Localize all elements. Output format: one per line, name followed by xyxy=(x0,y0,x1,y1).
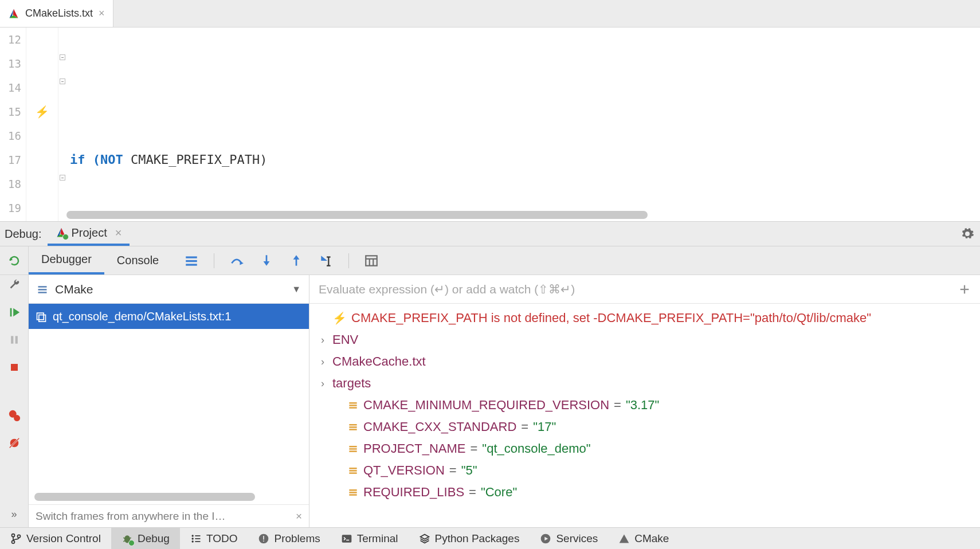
svg-point-55 xyxy=(124,535,130,543)
debug-side-actions: » xyxy=(0,275,29,527)
editor-horizontal-scrollbar[interactable] xyxy=(66,211,974,219)
svg-rect-50 xyxy=(349,492,356,493)
svg-point-53 xyxy=(12,540,15,543)
debugger-tab[interactable]: Debugger xyxy=(29,246,104,274)
cmake-config-icon xyxy=(56,227,67,238)
expand-arrow-icon[interactable]: › xyxy=(317,331,328,348)
step-into-icon[interactable] xyxy=(259,253,274,268)
error-message-row: ⚡ CMAKE_PREFIX_PATH is not defined, set … xyxy=(309,307,980,329)
stack-frame-row[interactable]: qt_console_demo/CMakeLists.txt:1 xyxy=(29,304,309,329)
variable-icon xyxy=(347,465,359,476)
svg-rect-32 xyxy=(38,292,47,293)
svg-rect-6 xyxy=(186,264,197,265)
variable-row[interactable]: QT_VERSION = "5" xyxy=(309,460,980,481)
svg-rect-24 xyxy=(11,364,18,371)
editor-tab[interactable]: CMakeLists.txt × xyxy=(0,0,113,27)
variable-row[interactable]: PROJECT_NAME = "qt_console_demo" xyxy=(309,438,980,460)
svg-rect-69 xyxy=(342,535,351,542)
pause-button[interactable] xyxy=(7,332,22,347)
todo-tab[interactable]: TODO xyxy=(180,528,248,549)
code-editor[interactable]: 1213141516171819 ⚡ if (NOT CMAKE_PREFIX_… xyxy=(0,28,980,221)
variable-row[interactable]: CMAKE_MINIMUM_REQUIRED_VERSION = "3.17" xyxy=(309,394,980,416)
expand-arrow-icon[interactable]: › xyxy=(317,375,328,392)
cmake-triangle-icon xyxy=(618,533,630,544)
cmake-file-icon xyxy=(8,8,19,19)
add-watch-icon[interactable] xyxy=(958,283,971,296)
variables-list[interactable]: ⚡ CMAKE_PREFIX_PATH is not defined, set … xyxy=(309,304,980,527)
variable-row[interactable]: REQUIRED_LIBS = "Core" xyxy=(309,481,980,503)
fold-toggle-icon[interactable] xyxy=(60,175,65,181)
debug-toolbar: Debugger Console xyxy=(0,246,980,275)
svg-rect-47 xyxy=(349,470,356,472)
frames-hint: Switch frames from anywhere in the I… × xyxy=(29,504,309,527)
fold-toggle-icon[interactable] xyxy=(60,54,65,60)
svg-rect-51 xyxy=(349,494,356,496)
cmake-tab[interactable]: CMake xyxy=(608,528,679,549)
version-control-tab[interactable]: Version Control xyxy=(0,528,111,549)
variable-icon xyxy=(347,399,359,411)
close-config-icon[interactable]: × xyxy=(115,226,122,240)
svg-marker-9 xyxy=(264,261,270,266)
terminal-tab[interactable]: Terminal xyxy=(331,528,409,549)
debug-body: » CMake ▼ qt_console_demo/CMakeLists.txt… xyxy=(0,275,980,527)
svg-rect-44 xyxy=(349,448,356,450)
svg-line-59 xyxy=(129,540,131,542)
packages-icon xyxy=(419,533,430,544)
resume-button[interactable] xyxy=(7,305,22,320)
more-actions-icon[interactable]: » xyxy=(7,507,22,521)
terminal-icon xyxy=(341,533,352,544)
step-over-icon[interactable] xyxy=(229,253,244,268)
expand-arrow-icon[interactable]: › xyxy=(317,353,328,370)
svg-marker-12 xyxy=(322,256,328,261)
problems-tab[interactable]: Problems xyxy=(248,528,330,549)
settings-wrench-icon[interactable] xyxy=(7,277,22,292)
svg-marker-70 xyxy=(420,534,429,539)
variable-row[interactable]: CMAKE_CXX_STANDARD = "17" xyxy=(309,416,980,438)
settings-icon[interactable] xyxy=(961,227,974,241)
svg-rect-45 xyxy=(349,450,356,452)
warning-circle-icon xyxy=(258,533,269,544)
frames-horizontal-scrollbar[interactable] xyxy=(34,493,303,501)
variable-node[interactable]: › ENV xyxy=(309,329,980,351)
variable-node[interactable]: › CMakeCache.txt xyxy=(309,351,980,372)
svg-rect-68 xyxy=(264,540,265,542)
svg-point-61 xyxy=(191,538,193,539)
svg-point-62 xyxy=(191,540,193,542)
services-tab[interactable]: Services xyxy=(530,528,608,549)
error-marker-icon: ⚡ xyxy=(35,105,49,119)
console-tab[interactable]: Console xyxy=(104,246,171,274)
variable-node[interactable]: › targets xyxy=(309,372,980,394)
frames-thread-dropdown[interactable]: CMake ▼ xyxy=(29,275,309,304)
stack-frame-label: qt_console_demo/CMakeLists.txt:1 xyxy=(53,310,231,323)
lightning-icon: ⚡ xyxy=(332,309,347,327)
fold-gutter xyxy=(58,28,66,221)
evaluate-expression-input[interactable] xyxy=(319,283,952,296)
svg-rect-20 xyxy=(10,308,11,317)
rerun-button[interactable] xyxy=(0,246,29,274)
stop-button[interactable] xyxy=(7,360,22,375)
close-tab-icon[interactable]: × xyxy=(99,7,105,19)
debug-tab[interactable]: Debug xyxy=(111,528,180,549)
marker-gutter: ⚡ xyxy=(26,28,58,221)
svg-rect-41 xyxy=(349,426,356,428)
fold-toggle-icon[interactable] xyxy=(60,79,65,84)
svg-rect-67 xyxy=(264,536,265,540)
code-content[interactable]: if (NOT CMAKE_PREFIX_PATH) if (WIN32 OR … xyxy=(66,28,980,221)
svg-rect-38 xyxy=(349,405,356,406)
threads-icon[interactable] xyxy=(184,253,199,268)
step-out-icon[interactable] xyxy=(289,253,304,268)
debug-config-label: Project xyxy=(72,226,107,240)
debug-config-tab[interactable]: Project × xyxy=(48,222,130,246)
run-to-cursor-icon[interactable] xyxy=(319,253,334,268)
evaluate-expression-icon[interactable] xyxy=(364,253,379,268)
close-hint-icon[interactable]: × xyxy=(296,510,302,523)
line-number-gutter: 1213141516171819 xyxy=(0,28,26,221)
mute-breakpoints-icon[interactable] xyxy=(7,436,22,450)
svg-rect-33 xyxy=(37,313,44,320)
variables-panel: ⚡ CMAKE_PREFIX_PATH is not defined, set … xyxy=(309,275,980,527)
python-packages-tab[interactable]: Python Packages xyxy=(409,528,530,549)
view-breakpoints-icon[interactable] xyxy=(7,408,22,423)
bug-icon xyxy=(121,533,133,544)
svg-rect-4 xyxy=(186,256,197,258)
svg-point-54 xyxy=(18,535,21,538)
